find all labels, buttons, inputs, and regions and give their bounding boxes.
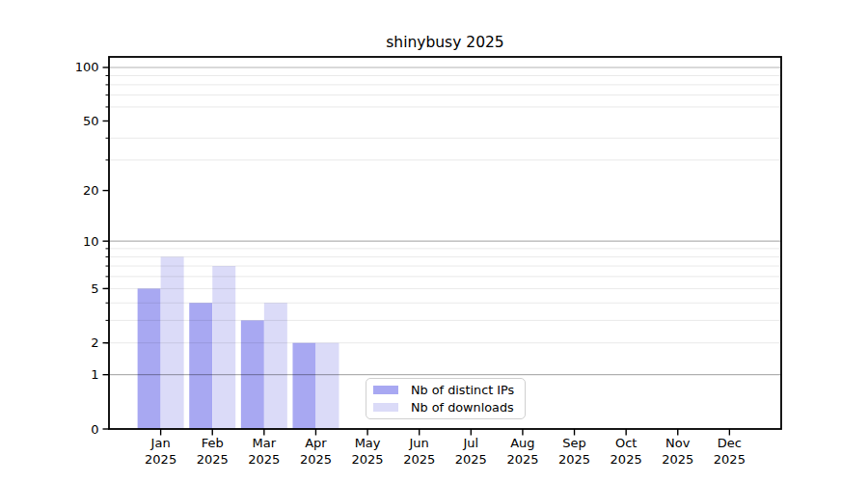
y-tick-label-100: 100	[75, 60, 99, 74]
legend-label-downloads: Nb of downloads	[411, 401, 514, 415]
y-tick-label-50: 50	[83, 114, 99, 128]
y-tick-label-20: 20	[83, 183, 99, 198]
legend-box: Nb of distinct IPs Nb of downloads	[366, 378, 526, 419]
x-tick-label-aug: Aug2025	[506, 436, 538, 467]
x-tick-label-may: May2025	[352, 436, 384, 467]
x-tick-label-jul: Jul2025	[455, 436, 487, 467]
y-tick-label-1: 1	[91, 367, 98, 382]
x-tick-label-jan: Jan2025	[145, 436, 176, 467]
x-tick-label-mar: Mar2025	[248, 436, 280, 467]
y-tick-label-2: 2	[91, 335, 98, 350]
legend-swatch-distinct-ips	[373, 386, 398, 394]
y-tick-label-5: 5	[91, 281, 98, 296]
bar-downloads-feb	[212, 266, 235, 429]
bar-downloads-mar	[264, 303, 287, 429]
legend-label-distinct-ips: Nb of distinct IPs	[411, 384, 514, 397]
bar-distinct-ips-feb	[189, 303, 212, 429]
x-tick-label-apr: Apr2025	[300, 436, 332, 467]
legend-item-distinct-ips: Nb of distinct IPs	[373, 384, 525, 397]
bar-downloads-apr	[315, 343, 339, 429]
x-tick-label-sep: Sep2025	[558, 436, 590, 467]
y-tick-label-10: 10	[83, 234, 99, 249]
bar-distinct-ips-apr	[292, 343, 315, 429]
x-tick-label-oct: Oct2025	[610, 436, 642, 467]
legend-swatch-downloads	[373, 403, 398, 412]
bar-distinct-ips-jan	[138, 288, 161, 429]
x-tick-label-feb: Feb2025	[197, 436, 229, 467]
x-tick-label-dec: Dec2025	[714, 436, 746, 467]
y-tick-label-0: 0	[91, 422, 98, 437]
x-tick-label-jun: Jun2025	[403, 436, 435, 467]
x-tick-label-nov: Nov2025	[662, 436, 693, 467]
chart-figure: shinybusy 2025 0125102050100Jan2025Feb20…	[0, 0, 868, 482]
legend-item-downloads: Nb of downloads	[373, 401, 525, 415]
